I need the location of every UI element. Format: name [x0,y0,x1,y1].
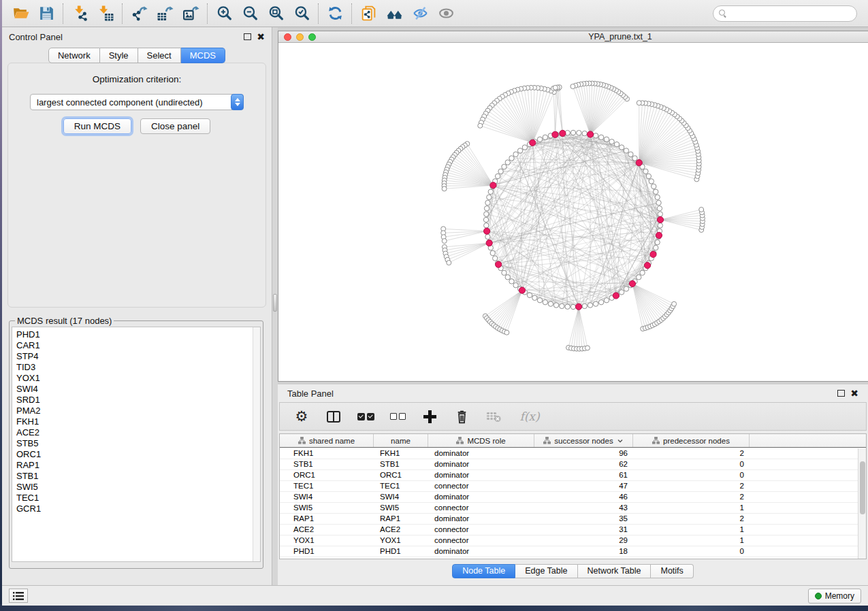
optimization-criterion-select[interactable]: largest connected component (undirected) [30,94,244,110]
import-table-button[interactable] [93,2,118,25]
zoom-out-button[interactable] [237,2,263,25]
tab-motifs[interactable]: Motifs [651,564,693,578]
run-mcds-button[interactable]: Run MCDS [63,118,131,134]
mcds-result-item[interactable]: GCR1 [16,503,260,514]
close-panel-button[interactable]: ✖ [257,33,265,40]
tab-mcds[interactable]: MCDS [181,48,225,63]
first-neighbors-button[interactable] [381,2,407,25]
mcds-result-item[interactable]: PHD1 [16,329,260,340]
table-row[interactable]: PHD1PHD1dominator180 [280,546,858,557]
tab-network-table[interactable]: Network Table [578,564,652,578]
table-scrollbar[interactable] [858,448,866,559]
export-image-button[interactable] [178,2,204,25]
cell-name: SWI5 [374,503,428,513]
mcds-result-item[interactable]: TEC1 [16,493,260,503]
mcds-result-item[interactable]: ACE2 [16,427,260,438]
zoom-fit-button[interactable] [263,2,289,25]
zoom-out-icon [242,5,259,22]
refresh-icon [327,5,344,22]
mcds-result-item[interactable]: STB5 [16,438,260,449]
column-header-MCDS-role[interactable]: MCDS role [428,434,534,447]
column-header-shared-name[interactable]: shared name [280,434,374,447]
binoculars-icon [386,5,403,22]
add-column-button[interactable] [421,408,438,425]
function-builder-disabled: f(x) [517,408,542,425]
table-row[interactable]: ORC1ORC1dominator610 [280,470,858,481]
search-box[interactable] [713,5,857,22]
mcds-result-item[interactable]: ORC1 [16,449,260,460]
open-session-button[interactable] [7,2,33,25]
float-panel-button[interactable] [244,33,251,40]
optimization-criterion-value: largest connected component (undirected) [31,97,231,108]
tab-select[interactable]: Select [138,48,181,63]
mcds-result-item[interactable]: TID3 [16,362,260,373]
table-row[interactable]: FKH1FKH1dominator962 [280,448,858,459]
hide-selected-button[interactable] [407,2,433,25]
export-table-button[interactable] [152,2,178,25]
close-table-panel-button[interactable]: ✖ [850,390,858,397]
tab-node-table[interactable]: Node Table [452,564,515,578]
mcds-result-item[interactable]: PMA2 [16,406,260,416]
show-columns-button[interactable] [325,408,342,425]
table-row[interactable]: YOX1YOX1connector291 [280,535,858,546]
unselect-all-button[interactable] [389,408,406,425]
table-body: FKH1FKH1dominator962STB1STB1dominator620… [280,448,858,559]
panel-splitter[interactable] [272,27,278,585]
delete-column-button[interactable] [453,408,470,425]
table-row[interactable]: RAP1RAP1dominator352 [280,514,858,525]
network-canvas[interactable] [278,43,868,381]
cell-name: ORC1 [374,470,428,480]
zoom-in-button[interactable] [211,2,237,25]
cell-name: ACE2 [374,525,428,535]
mcds-list-scrollbar[interactable] [253,327,260,561]
table-row[interactable]: TEC1TEC1connector472 [280,481,858,492]
mcds-result-item[interactable]: RAP1 [16,460,260,471]
task-history-button[interactable] [9,589,28,603]
save-session-button[interactable] [33,2,59,25]
column-header-successor-nodes[interactable]: successor nodes [534,434,633,447]
mcds-result-item[interactable]: YOX1 [16,373,260,384]
toolbar-separator [351,3,352,24]
optimization-criterion-label: Optimization criterion: [8,74,266,84]
main-toolbar [2,0,868,27]
table-row[interactable]: SWI4SWI4dominator462 [280,492,858,503]
scrollbar-thumb[interactable] [860,461,865,514]
float-table-panel-button[interactable] [837,390,845,397]
refresh-view-button[interactable] [322,2,348,25]
table-row[interactable]: STB1STB1dominator620 [280,459,858,470]
mcds-result-item[interactable]: SWI5 [16,482,260,493]
table-settings-button[interactable]: ⚙ [293,408,310,425]
column-header-name[interactable]: name [374,434,428,447]
tab-style[interactable]: Style [100,48,138,63]
close-panel-button-secondary[interactable]: Close panel [140,118,210,134]
search-input[interactable] [730,9,851,18]
cell-MCDS-role: connector [428,535,534,546]
tab-network[interactable]: Network [48,48,100,63]
mcds-result-item[interactable]: STB1 [16,471,260,482]
cell-successor-nodes: 29 [534,535,633,546]
export-network-button[interactable] [126,2,152,25]
import-network-button[interactable] [67,2,93,25]
column-header-predecessor-nodes[interactable]: predecessor nodes [633,434,750,447]
mcds-result-item[interactable]: FKH1 [16,416,260,427]
window-close-icon[interactable] [284,33,291,41]
memory-button[interactable]: Memory [808,589,861,604]
save-icon [38,5,55,22]
mcds-result-item[interactable]: STP4 [16,351,260,362]
table-row[interactable]: SWI5SWI5connector431 [280,503,858,514]
zoom-selected-button[interactable] [289,2,315,25]
cell-shared-name: PHD1 [280,546,374,557]
clone-network-button[interactable] [355,2,381,25]
mcds-result-item[interactable]: SWI4 [16,384,260,395]
cell-predecessor-nodes: 0 [633,459,750,469]
show-all-button[interactable] [433,2,459,25]
tab-edge-table[interactable]: Edge Table [515,564,577,578]
window-maximize-icon[interactable] [308,33,316,41]
mcds-controls: Optimization criterion: largest connecte… [7,63,266,308]
mcds-result-item[interactable]: CAR1 [16,340,260,351]
mcds-result-item[interactable]: SRD1 [16,395,260,406]
window-minimize-icon[interactable] [296,33,304,41]
select-all-button[interactable] [357,408,374,425]
cell-MCDS-role: dominator [428,492,534,502]
table-row[interactable]: ACE2ACE2connector311 [280,525,858,535]
